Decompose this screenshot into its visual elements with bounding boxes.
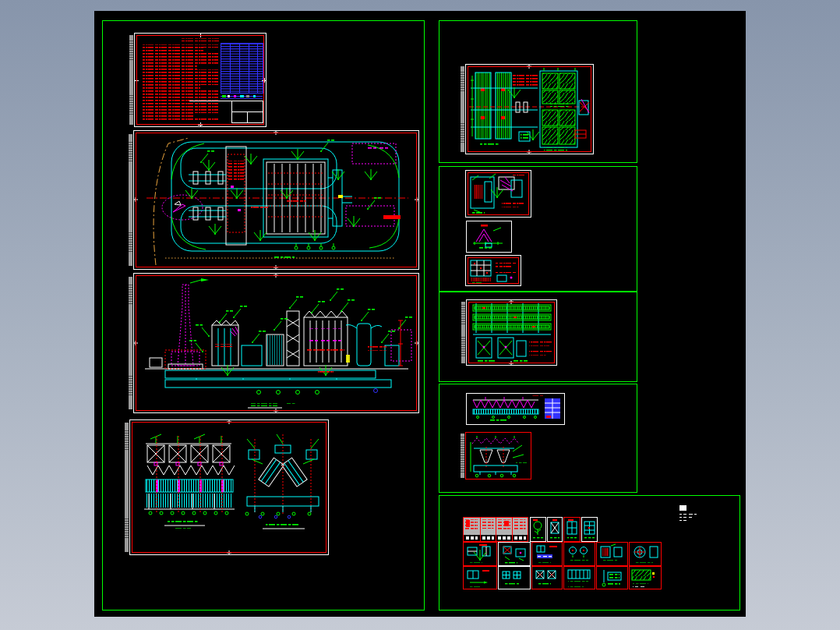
catalog-panel-gray[interactable] [496, 517, 513, 542]
panel-linework [533, 519, 543, 539]
stamp-marks [679, 505, 701, 521]
catalog-panel-gray[interactable] [463, 517, 481, 542]
panel-linework [503, 572, 521, 585]
panel-linework [503, 547, 525, 564]
small-detail-panel[interactable] [596, 542, 628, 566]
panel-linework [570, 547, 589, 562]
small-detail-panel[interactable] [531, 542, 563, 566]
panel-linework [568, 570, 590, 587]
general-notes-sheet[interactable] [134, 33, 266, 127]
duct-plan-linework [473, 300, 552, 365]
panel-linework [632, 570, 655, 587]
structure-plan-linework [469, 65, 589, 154]
sheet-fold-marks [129, 35, 133, 124]
plant-elevation-sheet[interactable] [133, 273, 419, 413]
detail1-linework [471, 173, 525, 214]
small-detail-panel[interactable] [629, 542, 662, 566]
small-detail-panel[interactable] [498, 566, 531, 589]
small-detail-panel[interactable] [463, 566, 497, 589]
catalog-linework [513, 519, 528, 541]
cad-preview-window [0, 0, 840, 630]
small-detail-panel[interactable] [463, 542, 497, 566]
catalog-linework [496, 519, 512, 541]
sheet-fold-marks [125, 423, 129, 551]
elevation-linework [134, 274, 418, 412]
sheet-fold-marks [129, 277, 132, 410]
catalog-panel-gray[interactable] [512, 517, 528, 542]
small-detail-panel[interactable] [563, 517, 581, 542]
panel-linework [468, 544, 490, 563]
truss-linework [473, 395, 560, 422]
detail-sheet-3[interactable] [465, 255, 521, 286]
detail2-linework [473, 225, 503, 250]
site-plan-sheet[interactable] [133, 130, 419, 270]
detail-sheet-2[interactable] [466, 221, 512, 253]
panel-linework [634, 547, 658, 563]
small-detail-panel[interactable] [530, 517, 546, 542]
small-detail-panel[interactable] [531, 566, 563, 589]
section-details-linework [144, 420, 319, 554]
small-detail-panel[interactable] [629, 566, 662, 589]
detail3-linework [471, 260, 516, 285]
panel-linework [468, 570, 489, 587]
hopper-detail-sheet[interactable] [465, 432, 531, 480]
truss-elevation-sheet[interactable] [466, 393, 565, 425]
sheet-fold-marks [461, 434, 464, 478]
panel-linework [567, 519, 577, 539]
catalog-linework [464, 519, 480, 541]
sheet-fold-marks [129, 134, 132, 267]
small-detail-panel[interactable] [498, 542, 531, 566]
drawing-canvas[interactable] [94, 11, 746, 617]
small-detail-panel[interactable] [547, 517, 563, 542]
panel-linework [601, 544, 622, 562]
detail-sheet-1[interactable] [465, 170, 531, 218]
panel-linework [550, 519, 559, 539]
duct-plan-sheet[interactable] [466, 299, 557, 366]
panel-linework [584, 522, 595, 539]
panel-linework [602, 570, 621, 586]
white-stamp-block [678, 504, 703, 522]
equipment-section-details-sheet[interactable] [129, 419, 329, 555]
small-detail-panel[interactable] [581, 517, 598, 542]
catalog-panel-gray[interactable] [480, 517, 496, 542]
structure-plan-sheet[interactable] [465, 64, 594, 154]
panel-linework [536, 571, 556, 585]
hopper-linework [471, 436, 527, 477]
site-plan-linework [134, 131, 418, 269]
small-detail-panel[interactable] [596, 566, 628, 589]
small-detail-panel[interactable] [563, 542, 595, 566]
panel-linework [537, 546, 557, 563]
notes-linework [135, 34, 266, 126]
sheet-fold-marks [461, 66, 464, 151]
sheet-fold-marks [461, 302, 465, 364]
catalog-linework [481, 519, 496, 541]
small-detail-panel[interactable] [563, 566, 595, 589]
